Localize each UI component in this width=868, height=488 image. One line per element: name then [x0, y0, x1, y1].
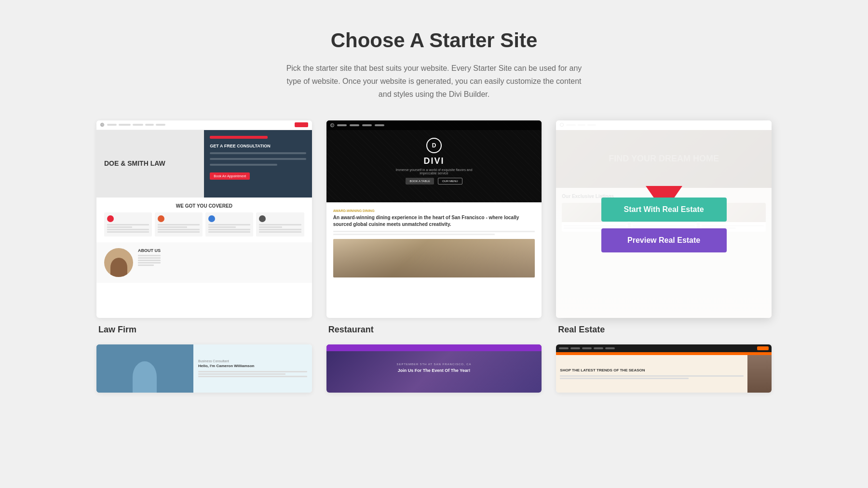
lf-title-bar — [210, 136, 268, 139]
lf-about-title: ABOUT US — [138, 248, 161, 253]
bottom-grid: Business Consultant Hello, I'm Cameron W… — [96, 344, 772, 393]
rest-line-1 — [333, 231, 535, 232]
nav-link-2 — [119, 124, 131, 126]
personal-bg-left — [96, 344, 193, 393]
lf-line-sm-8 — [158, 231, 200, 233]
nav-link-5 — [156, 124, 165, 126]
about-line-1 — [138, 255, 161, 256]
shop-body: SHOP THE LATEST TRENDS OF THE SEASON — [556, 355, 772, 393]
lf-grid-item-3 — [205, 212, 253, 237]
lf-section-title: WE GOT YOU COVERED — [104, 203, 304, 209]
about-line-2 — [138, 257, 161, 259]
real-estate-preview[interactable]: FIND YOUR DREAM HOME Our Exclusive Listi… — [556, 120, 772, 318]
preview-real-estate-button[interactable]: Preview Real Estate — [601, 228, 727, 252]
rest-nav-link-4 — [375, 124, 384, 126]
rest-nav-link-2 — [350, 124, 359, 126]
law-firm-card: D DOE & SMITH LAW — [96, 120, 312, 335]
restaurant-preview[interactable]: D D DIVI Immerse yourself in a world of … — [326, 120, 542, 318]
shop-mockup: SHOP THE LATEST TRENDS OF THE SEASON — [556, 344, 772, 393]
lf-firm-name: DOE & SMITH LAW — [104, 159, 196, 168]
lf-subtitle: GET A FREE CONSULTATION — [210, 144, 306, 148]
shop-preview[interactable]: SHOP THE LATEST TRENDS OF THE SEASON — [556, 344, 772, 393]
event-card: SEPTEMBER 5TH AT SAN FRANCISCO, CA Join … — [326, 344, 542, 393]
restaurant-card: D D DIVI Immerse yourself in a world of … — [326, 120, 542, 335]
lf-grid-item-2 — [155, 212, 203, 237]
lf-line-sm-2 — [107, 226, 132, 228]
rest-content-heading: An award-winning dining experience in th… — [333, 214, 535, 228]
shop-nav — [556, 344, 772, 352]
lf-about-image — [104, 248, 133, 277]
start-with-real-estate-button[interactable]: Start With Real Estate — [601, 198, 727, 222]
p-line-2 — [198, 373, 285, 375]
lf-cta: Book An Appointment — [210, 172, 250, 180]
rest-nav: D — [326, 120, 542, 130]
lf-line-sm-10 — [208, 226, 236, 228]
rest-divi-logo: D — [426, 138, 442, 153]
lf-icon-3 — [208, 215, 215, 222]
lf-line-sm-1 — [107, 224, 149, 225]
lf-line-sm-3 — [107, 229, 149, 230]
rest-content-label: AWARD-WINNING DINING — [333, 209, 535, 212]
page-title: Choose A Starter Site — [96, 29, 772, 52]
shop-nav-l1 — [570, 347, 580, 349]
shop-hero-title: SHOP THE LATEST TRENDS OF THE SEASON — [560, 368, 744, 373]
lf-line-sm-6 — [158, 226, 187, 228]
law-firm-label: Law Firm — [96, 325, 312, 335]
lf-hero-left: DOE & SMITH LAW — [96, 130, 204, 198]
p-line-1 — [198, 371, 307, 372]
personal-role: Business Consultant — [198, 359, 307, 363]
rest-food-image — [333, 239, 535, 277]
event-preview[interactable]: SEPTEMBER 5TH AT SAN FRANCISCO, CA Join … — [326, 344, 542, 393]
rest-divi-name: DIVI — [423, 156, 444, 166]
rest-btn-1: BOOK A TABLE — [406, 178, 434, 185]
personal-card: Business Consultant Hello, I'm Cameron W… — [96, 344, 312, 393]
about-line-5 — [138, 264, 154, 266]
mockup-logo: D — [100, 123, 104, 127]
shop-body-left: SHOP THE LATEST TRENDS OF THE SEASON — [556, 355, 747, 393]
lf-about: ABOUT US — [96, 242, 312, 283]
event-title: Join Us For The Event Of The Year! — [398, 368, 470, 374]
rest-nav-link-1 — [337, 124, 347, 126]
lf-line-3 — [210, 164, 277, 166]
lf-icon-1 — [107, 215, 114, 222]
rest-hero: D D DIVI Immerse yourself in a world of … — [326, 120, 542, 202]
law-firm-preview[interactable]: D DOE & SMITH LAW — [96, 120, 312, 318]
lf-line-sm-14 — [259, 226, 282, 228]
rest-btn-2: OUR MENU — [438, 178, 462, 185]
nav-cta — [295, 122, 308, 127]
mockup-nav-links — [107, 124, 292, 126]
rest-content: AWARD-WINNING DINING An award-winning di… — [326, 202, 542, 284]
shop-line-1 — [560, 375, 744, 377]
lf-icon-4 — [259, 215, 266, 222]
rest-logo-small: D — [330, 123, 334, 127]
shop-card: SHOP THE LATEST TRENDS OF THE SEASON — [556, 344, 772, 393]
page-header: Choose A Starter Site Pick the starter s… — [96, 29, 772, 101]
rest-tagline: Immerse yourself in a world of exquisite… — [395, 168, 473, 175]
real-estate-overlay: Start With Real Estate Preview Real Esta… — [556, 120, 772, 318]
shop-nav-logo — [559, 347, 569, 349]
lf-hero: DOE & SMITH LAW GET A FREE CONSULTATION … — [96, 130, 312, 198]
nav-link-4 — [145, 124, 154, 126]
lf-line-2 — [210, 158, 306, 160]
real-estate-label: Real Estate — [556, 325, 772, 335]
nav-link-1 — [107, 124, 117, 126]
lf-section: WE GOT YOU COVERED — [96, 198, 312, 242]
personal-preview[interactable]: Business Consultant Hello, I'm Cameron W… — [96, 344, 312, 393]
lf-line-sm-15 — [259, 229, 301, 230]
lf-grid — [104, 212, 304, 237]
real-estate-card: FIND YOUR DREAM HOME Our Exclusive Listi… — [556, 120, 772, 335]
rest-line-2 — [333, 234, 495, 235]
lf-about-text: ABOUT US — [138, 248, 161, 277]
rest-nav-link-3 — [362, 124, 372, 126]
lf-line-sm-5 — [158, 224, 200, 225]
lf-hero-right: GET A FREE CONSULTATION Book An Appointm… — [204, 130, 312, 198]
shop-body-right — [747, 355, 772, 393]
starter-sites-grid: D DOE & SMITH LAW — [96, 120, 772, 335]
personal-name: Hello, I'm Cameron Williamson — [198, 364, 307, 369]
personal-lines — [198, 371, 307, 372]
about-line-4 — [138, 262, 161, 264]
personal-avatar-shape — [133, 361, 157, 393]
lf-line-sm-12 — [208, 231, 250, 233]
p-line-3 — [198, 376, 307, 377]
lf-line-sm-11 — [208, 229, 250, 230]
